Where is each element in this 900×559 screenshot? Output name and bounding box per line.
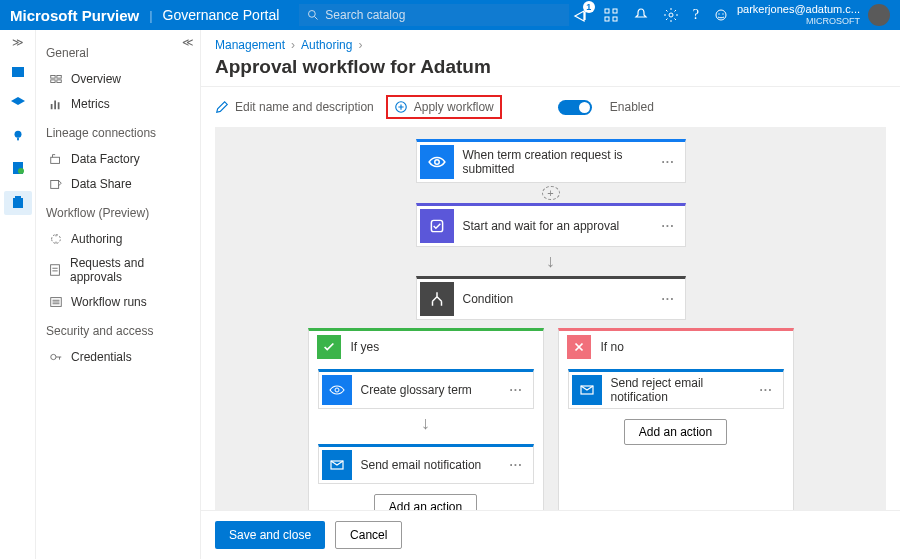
collapse-nav-icon[interactable]: ≪ <box>182 36 194 49</box>
chevron-right-icon: › <box>291 38 295 52</box>
enabled-toggle[interactable] <box>558 100 592 115</box>
svg-rect-10 <box>12 67 24 77</box>
cancel-button[interactable]: Cancel <box>335 521 402 549</box>
crumb-management[interactable]: Management <box>215 38 285 52</box>
expand-rail-icon[interactable]: ≫ <box>12 36 24 49</box>
brand: Microsoft Purview <box>10 7 139 24</box>
mail-icon <box>579 382 595 398</box>
eye-icon <box>329 382 345 398</box>
svg-rect-24 <box>50 157 59 163</box>
avatar[interactable] <box>868 4 890 26</box>
more-icon[interactable]: ··· <box>651 292 684 306</box>
rail-item-management[interactable] <box>4 191 32 215</box>
breadcrumb: Management › Authoring › <box>201 30 900 54</box>
nav-rail: ≫ <box>0 30 36 559</box>
top-bar: Microsoft Purview | Governance Portal Se… <box>0 0 900 30</box>
add-action-button[interactable]: Add an action <box>624 419 727 445</box>
nav-item-authoring[interactable]: Authoring <box>46 226 190 251</box>
svg-rect-25 <box>50 180 58 188</box>
page-title: Approval workflow for Adatum <box>201 54 900 86</box>
svg-rect-15 <box>13 198 23 208</box>
nav-item-data-share[interactable]: Data Share <box>46 171 190 196</box>
more-icon[interactable]: ··· <box>651 155 684 169</box>
nav-section-lineage: Lineage connections <box>46 126 190 140</box>
svg-point-8 <box>718 13 719 14</box>
portal-name: Governance Portal <box>163 7 280 23</box>
nav-section-workflow: Workflow (Preview) <box>46 206 190 220</box>
svg-line-1 <box>315 17 318 20</box>
topbar-icons: ? <box>573 7 729 23</box>
more-icon[interactable]: ··· <box>651 219 684 233</box>
x-icon <box>567 335 591 359</box>
nav-section-security: Security and access <box>46 324 190 338</box>
help-icon[interactable]: ? <box>693 7 699 23</box>
plus-circle-icon <box>394 100 408 114</box>
search-input[interactable]: Search catalog <box>299 4 569 26</box>
more-icon[interactable]: ··· <box>749 383 782 397</box>
if-no-branch: If no Send reject email notification ···… <box>558 328 794 510</box>
send-email-step[interactable]: Send email notification ··· <box>318 444 534 484</box>
svg-point-28 <box>50 354 55 359</box>
nav-item-credentials[interactable]: Credentials <box>46 344 190 369</box>
save-button[interactable]: Save and close <box>215 521 325 549</box>
svg-rect-21 <box>50 104 52 109</box>
apply-workflow-button[interactable]: Apply workflow <box>386 95 502 119</box>
nav-item-overview[interactable]: Overview <box>46 66 190 91</box>
trigger-step[interactable]: When term creation request is submitted … <box>416 139 686 183</box>
svg-rect-12 <box>17 138 19 141</box>
svg-rect-18 <box>56 75 60 78</box>
svg-rect-2 <box>605 9 609 13</box>
user-info[interactable]: parkerjones@adatum.c... MICROSOFT <box>737 3 860 27</box>
svg-point-7 <box>716 10 726 20</box>
nav-item-requests[interactable]: Requests and approvals <box>46 251 190 289</box>
rail-item-sources[interactable] <box>9 95 27 113</box>
nav-item-data-factory[interactable]: Data Factory <box>46 146 190 171</box>
side-nav: ≪ General Overview Metrics Lineage conne… <box>36 30 201 559</box>
svg-point-30 <box>434 160 439 165</box>
approval-icon <box>428 217 446 235</box>
nav-item-workflow-runs[interactable]: Workflow runs <box>46 289 190 314</box>
svg-rect-22 <box>54 100 56 109</box>
svg-point-0 <box>309 11 316 18</box>
svg-point-11 <box>14 131 21 138</box>
crumb-authoring[interactable]: Authoring <box>301 38 352 52</box>
send-reject-email-step[interactable]: Send reject email notification ··· <box>568 369 784 409</box>
approval-step[interactable]: Start and wait for an approval ··· <box>416 203 686 247</box>
bell-icon[interactable] <box>633 7 649 23</box>
svg-rect-4 <box>605 17 609 21</box>
svg-rect-31 <box>431 220 442 231</box>
svg-rect-16 <box>15 196 21 199</box>
svg-point-32 <box>335 388 339 392</box>
nav-section-general: General <box>46 46 190 60</box>
arrow-down-icon: ↓ <box>546 247 555 276</box>
add-step-icon[interactable]: + <box>542 186 560 200</box>
toolbar: Edit name and description Apply workflow… <box>201 86 900 127</box>
svg-rect-3 <box>613 9 617 13</box>
announcements-icon[interactable] <box>573 7 589 23</box>
condition-step[interactable]: Condition ··· <box>416 276 686 320</box>
mail-icon <box>329 457 345 473</box>
svg-rect-26 <box>51 265 60 276</box>
svg-rect-19 <box>50 79 54 82</box>
rail-item-policy[interactable] <box>9 159 27 177</box>
more-icon[interactable]: ··· <box>499 458 532 472</box>
edit-name-button[interactable]: Edit name and description <box>215 100 374 114</box>
rail-item-collections[interactable] <box>9 63 27 81</box>
if-yes-branch: If yes Create glossary term ··· ↓ Send e… <box>308 328 544 510</box>
create-term-step[interactable]: Create glossary term ··· <box>318 369 534 409</box>
feedback-icon[interactable] <box>713 7 729 23</box>
svg-point-6 <box>669 13 673 17</box>
more-icon[interactable]: ··· <box>499 383 532 397</box>
branch-icon <box>428 290 446 308</box>
svg-point-14 <box>18 168 24 174</box>
eye-icon <box>428 153 446 171</box>
check-icon <box>317 335 341 359</box>
svg-rect-20 <box>56 79 60 82</box>
nav-item-metrics[interactable]: Metrics <box>46 91 190 116</box>
gear-icon[interactable] <box>663 7 679 23</box>
svg-rect-17 <box>50 75 54 78</box>
add-action-button[interactable]: Add an action <box>374 494 477 510</box>
workflow-canvas: When term creation request is submitted … <box>215 127 886 510</box>
rail-item-insights[interactable] <box>9 127 27 145</box>
apps-icon[interactable] <box>603 7 619 23</box>
